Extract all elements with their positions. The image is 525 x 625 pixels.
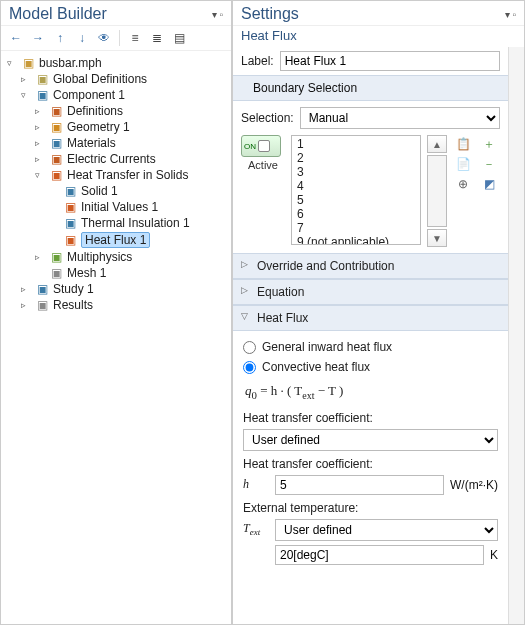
- tree-twist-icon[interactable]: ▹: [35, 122, 45, 132]
- zoom-extents-icon[interactable]: ⊕: [453, 175, 473, 193]
- panel-title-icons[interactable]: ▾ ▫: [505, 9, 516, 20]
- active-label: Active: [241, 159, 285, 171]
- forward-icon[interactable]: →: [29, 29, 47, 47]
- chevron-down-icon: ▽: [241, 311, 248, 321]
- tree-node-icon: ▣: [48, 250, 64, 264]
- model-tree[interactable]: ▿▣busbar.mph▹▣Global Definitions▿▣Compon…: [1, 51, 231, 624]
- text-input[interactable]: [275, 545, 484, 565]
- tree-twist-icon[interactable]: ▹: [35, 106, 45, 116]
- tree-node-label: Heat Transfer in Solids: [67, 168, 188, 182]
- equation-section-header[interactable]: ▷ Equation: [233, 279, 508, 305]
- tree-item[interactable]: ▿▣Heat Transfer in Solids: [3, 167, 229, 183]
- tree-item[interactable]: ▹▣Electric Currents: [3, 151, 229, 167]
- boundary-list-item[interactable]: 7: [293, 221, 419, 235]
- tree-item[interactable]: ▣Initial Values 1: [3, 199, 229, 215]
- tree-node-label: Geometry 1: [67, 120, 130, 134]
- down-icon[interactable]: ↓: [73, 29, 91, 47]
- paste-icon[interactable]: 📋: [453, 135, 473, 153]
- tree-twist-icon[interactable]: ▹: [21, 300, 31, 310]
- tree-node-label: Component 1: [53, 88, 125, 102]
- tree-twist-icon[interactable]: ▹: [35, 154, 45, 164]
- convective-radio[interactable]: [243, 361, 256, 374]
- tree-node-label: Heat Flux 1: [81, 232, 150, 248]
- htc-input[interactable]: [275, 475, 444, 495]
- up-icon[interactable]: ↑: [51, 29, 69, 47]
- tree-node-label: Study 1: [53, 282, 94, 296]
- general-inward-label: General inward heat flux: [262, 340, 392, 354]
- tree-node-label: Global Definitions: [53, 72, 147, 86]
- convective-label: Convective heat flux: [262, 360, 370, 374]
- tree-item[interactable]: ▹▣Materials: [3, 135, 229, 151]
- boundary-list-item[interactable]: 2: [293, 151, 419, 165]
- tree-item[interactable]: ▹▣Study 1: [3, 281, 229, 297]
- label-input[interactable]: [280, 51, 500, 71]
- tree-node-icon: ▣: [62, 233, 78, 247]
- boundary-list[interactable]: 12345679 (not applicable): [291, 135, 421, 245]
- boundary-list-item[interactable]: 5: [293, 193, 419, 207]
- tree-twist-icon[interactable]: ▿: [21, 90, 31, 100]
- boundary-list-item[interactable]: 6: [293, 207, 419, 221]
- heatflux-section-header[interactable]: ▽ Heat Flux: [233, 305, 508, 331]
- tree-item[interactable]: ▿▣busbar.mph: [3, 55, 229, 71]
- settings-panel: Settings ▾ ▫ Heat Flux Label: Boundary S…: [232, 0, 525, 625]
- tree-item[interactable]: ▣Mesh 1: [3, 265, 229, 281]
- tree-item[interactable]: ▹▣Multiphysics: [3, 249, 229, 265]
- settings-subtitle: Heat Flux: [233, 26, 524, 47]
- tree-item[interactable]: ▹▣Global Definitions: [3, 71, 229, 87]
- text-type-dropdown[interactable]: User defined: [275, 519, 498, 541]
- label-field-label: Label:: [241, 54, 274, 68]
- active-toggle[interactable]: ON: [241, 135, 281, 157]
- tree-twist-icon[interactable]: ▹: [35, 138, 45, 148]
- tree-twist-icon[interactable]: ▹: [21, 74, 31, 84]
- tree-item[interactable]: ▿▣Component 1: [3, 87, 229, 103]
- remove-icon[interactable]: －: [479, 155, 499, 173]
- tree-node-icon: ▣: [34, 298, 50, 312]
- tree-node-label: Initial Values 1: [81, 200, 158, 214]
- boundary-list-item[interactable]: 1: [293, 137, 419, 151]
- model-builder-toolbar: ← → ↑ ↓ 👁 ≡ ≣ ▤: [1, 26, 231, 51]
- htc-type-dropdown[interactable]: User defined: [243, 429, 498, 451]
- scroll-down-icon[interactable]: ▼: [427, 229, 447, 247]
- select-box-icon[interactable]: ◩: [479, 175, 499, 193]
- boundary-list-item[interactable]: 4: [293, 179, 419, 193]
- show-icon[interactable]: 👁: [95, 29, 113, 47]
- boundary-list-item[interactable]: 3: [293, 165, 419, 179]
- tree-twist-icon[interactable]: ▹: [35, 252, 45, 262]
- tree-item[interactable]: ▹▣Definitions: [3, 103, 229, 119]
- tree-item[interactable]: ▣Solid 1: [3, 183, 229, 199]
- tree-item[interactable]: ▣Heat Flux 1: [3, 231, 229, 249]
- heatflux-formula: q0 = h · ( Text − T ): [243, 377, 498, 407]
- label-row: Label:: [233, 47, 508, 75]
- scroll-up-icon[interactable]: ▲: [427, 135, 447, 153]
- expand-icon[interactable]: ≣: [148, 29, 166, 47]
- tree-node-label: busbar.mph: [39, 56, 102, 70]
- model-builder-panel: Model Builder ▾ ▫ ← → ↑ ↓ 👁 ≡ ≣ ▤ ▿▣busb…: [0, 0, 232, 625]
- selection-dropdown[interactable]: Manual: [300, 107, 500, 129]
- back-icon[interactable]: ←: [7, 29, 25, 47]
- tree-twist-icon[interactable]: ▹: [21, 284, 31, 294]
- chevron-right-icon: ▷: [241, 259, 248, 269]
- right-scrollbar[interactable]: [508, 47, 524, 624]
- text-symbol: Text: [243, 521, 269, 537]
- general-inward-radio[interactable]: [243, 341, 256, 354]
- panel-title-icons[interactable]: ▾ ▫: [212, 9, 223, 20]
- tree-twist-icon[interactable]: ▿: [7, 58, 17, 68]
- tree-node-icon: ▣: [48, 152, 64, 166]
- boundary-selection-header[interactable]: Boundary Selection: [233, 75, 508, 101]
- tree-node-icon: ▣: [48, 168, 64, 182]
- tree-node-label: Definitions: [67, 104, 123, 118]
- text-label: External temperature:: [243, 497, 498, 517]
- boundary-list-item[interactable]: 9 (not applicable): [293, 235, 419, 245]
- override-section-header[interactable]: ▷ Override and Contribution: [233, 253, 508, 279]
- tree-item[interactable]: ▣Thermal Insulation 1: [3, 215, 229, 231]
- tree-node-label: Materials: [67, 136, 116, 150]
- tree-twist-icon[interactable]: ▿: [35, 170, 45, 180]
- tree-node-icon: ▣: [34, 282, 50, 296]
- list-icon[interactable]: ▤: [170, 29, 188, 47]
- scroll-track[interactable]: [427, 155, 447, 227]
- copy-icon[interactable]: 📄: [453, 155, 473, 173]
- collapse-icon[interactable]: ≡: [126, 29, 144, 47]
- tree-item[interactable]: ▹▣Results: [3, 297, 229, 313]
- add-icon[interactable]: ＋: [479, 135, 499, 153]
- tree-item[interactable]: ▹▣Geometry 1: [3, 119, 229, 135]
